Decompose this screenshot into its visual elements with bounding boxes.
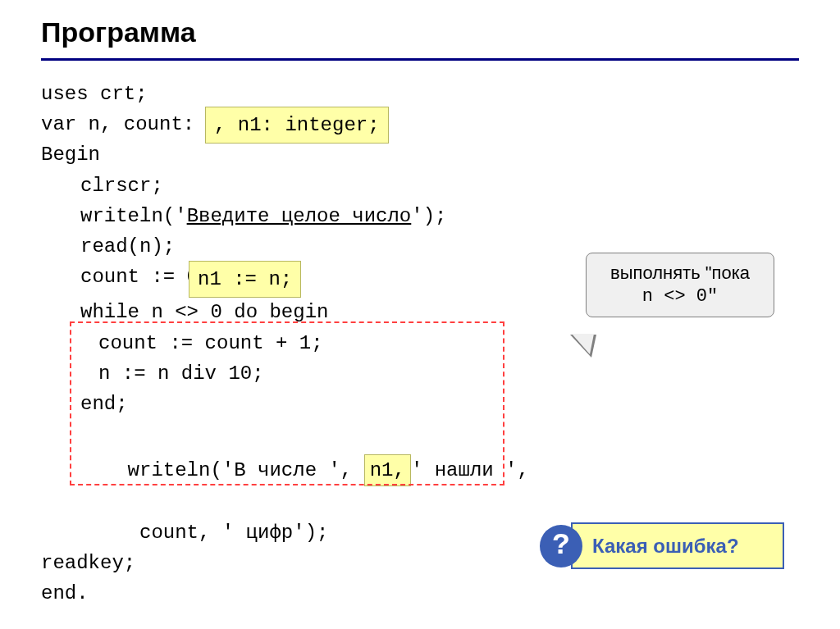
code-text: writeln('В числе ', <box>128 459 364 481</box>
code-line: count := count + 1; <box>41 328 799 358</box>
highlight-n1-usage: n1, <box>364 454 411 486</box>
code-line: var n, count: <box>41 109 799 139</box>
code-text: writeln(' <box>80 205 187 227</box>
code-line: writeln('Введите целое число'); <box>41 201 799 231</box>
question-mark-icon: ? <box>540 525 582 567</box>
code-line: clrscr; <box>41 171 799 201</box>
code-line: Begin <box>41 139 799 170</box>
code-line: writeln('В числе ', n1,' нашли ', <box>41 424 799 517</box>
code-string: Введите целое число <box>187 205 412 227</box>
tooltip-line: выполнять "пока <box>598 262 762 285</box>
highlight-n1-assignment: n1 := n; <box>189 261 301 298</box>
code-block: uses crt; var n, count: Begin clrscr; wr… <box>41 79 799 608</box>
slide-title: Программа <box>41 16 799 48</box>
code-text: '); <box>411 205 446 227</box>
code-line: end; <box>41 389 799 419</box>
error-text: Какая ошибка? <box>571 522 784 569</box>
code-line: end. <box>41 578 799 608</box>
highlight-integer-declaration: , n1: integer; <box>205 107 389 144</box>
title-divider <box>41 58 799 61</box>
code-text: ' нашли ', <box>411 459 529 481</box>
tooltip-line: n <> 0" <box>598 285 762 309</box>
tooltip-while-condition: выполнять "пока n <> 0" <box>586 253 774 317</box>
error-callout: ? Какая ошибка? <box>540 522 784 569</box>
code-line: n := n div 10; <box>41 358 799 389</box>
code-line: uses crt; <box>41 79 799 109</box>
